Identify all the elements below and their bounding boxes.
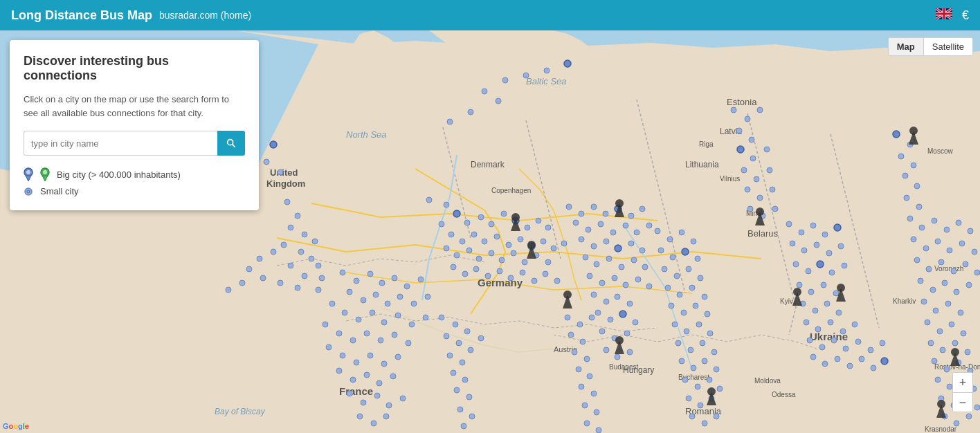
svg-point-359 — [918, 278, 923, 284]
svg-point-402 — [793, 288, 801, 296]
svg-point-360 — [930, 287, 936, 293]
svg-point-211 — [686, 266, 691, 272]
svg-point-296 — [790, 241, 795, 246]
satellite-view-button[interactable]: Satellite — [923, 38, 972, 55]
svg-point-164 — [598, 221, 604, 227]
svg-point-143 — [350, 377, 356, 383]
svg-point-128 — [423, 315, 428, 320]
svg-point-300 — [838, 243, 844, 249]
svg-point-231 — [702, 358, 707, 364]
svg-point-292 — [799, 230, 804, 235]
svg-point-198 — [604, 347, 609, 353]
svg-point-176 — [594, 261, 599, 267]
svg-point-107 — [340, 270, 345, 275]
svg-point-173 — [628, 241, 634, 246]
svg-point-151 — [400, 396, 406, 401]
svg-point-291 — [786, 221, 792, 227]
svg-point-178 — [619, 264, 624, 270]
svg-point-248 — [572, 349, 577, 355]
svg-point-257 — [596, 427, 601, 433]
map-view-button[interactable]: Map — [889, 38, 923, 55]
svg-point-120 — [425, 294, 430, 300]
svg-point-115 — [361, 297, 366, 303]
svg-point-124 — [370, 310, 375, 315]
svg-point-199 — [615, 354, 620, 360]
svg-point-142 — [336, 368, 342, 374]
svg-point-418 — [26, 170, 30, 174]
svg-point-232 — [714, 367, 719, 372]
svg-point-279 — [737, 146, 744, 153]
svg-point-149 — [374, 393, 380, 398]
svg-point-344 — [944, 227, 950, 232]
svg-point-60 — [564, 60, 571, 67]
svg-point-47 — [319, 275, 325, 281]
svg-point-53 — [295, 285, 300, 291]
svg-point-223 — [696, 322, 702, 327]
svg-point-133 — [378, 338, 383, 343]
zoom-in-button[interactable]: + — [953, 373, 972, 392]
svg-point-307 — [808, 289, 814, 295]
svg-text:Moldova: Moldova — [754, 377, 781, 385]
svg-point-249 — [584, 356, 590, 362]
svg-point-34 — [278, 169, 283, 175]
svg-point-220 — [705, 311, 710, 317]
svg-point-404 — [909, 127, 918, 135]
svg-text:Estonia: Estonia — [727, 97, 757, 107]
svg-point-219 — [693, 303, 698, 308]
svg-point-358 — [974, 270, 980, 275]
svg-point-236 — [717, 386, 723, 391]
svg-point-321 — [831, 338, 837, 343]
svg-point-84 — [541, 239, 546, 244]
svg-point-174 — [639, 248, 645, 253]
svg-point-207 — [682, 248, 689, 255]
svg-point-91 — [489, 250, 494, 256]
svg-point-369 — [937, 329, 943, 334]
legend-big-city: Big city (> 400.000 inhabitants) — [24, 168, 245, 181]
flag-icon[interactable] — [936, 8, 952, 22]
svg-point-331 — [871, 365, 876, 371]
svg-point-254 — [582, 403, 588, 408]
svg-point-355 — [938, 259, 944, 265]
svg-point-338 — [914, 183, 920, 189]
svg-point-56 — [482, 89, 487, 94]
map-container[interactable]: Baltic Sea North Sea Bay of Biscay Unite… — [0, 30, 980, 433]
svg-point-352 — [972, 249, 977, 255]
svg-point-312 — [824, 301, 830, 306]
svg-point-37 — [288, 225, 293, 230]
svg-point-241 — [702, 421, 707, 426]
search-icon — [226, 138, 237, 149]
svg-marker-419 — [26, 176, 31, 181]
svg-text:France: France — [339, 385, 373, 397]
zoom-out-button[interactable]: − — [953, 392, 972, 412]
currency-icon[interactable]: € — [962, 8, 969, 23]
svg-point-172 — [615, 245, 621, 252]
svg-point-281 — [764, 147, 770, 152]
svg-point-50 — [246, 266, 252, 272]
svg-point-197 — [624, 331, 630, 336]
svg-point-261 — [478, 335, 484, 341]
svg-point-215 — [689, 285, 695, 291]
search-row — [24, 131, 245, 156]
svg-point-284 — [767, 167, 772, 173]
svg-point-252 — [579, 384, 584, 389]
svg-point-341 — [907, 216, 913, 221]
svg-point-193 — [619, 311, 626, 317]
search-button[interactable] — [217, 131, 245, 156]
svg-point-129 — [323, 322, 328, 327]
svg-point-69 — [489, 221, 494, 227]
svg-point-141 — [395, 354, 401, 360]
svg-point-204 — [691, 239, 696, 244]
svg-point-233 — [682, 377, 688, 383]
svg-point-148 — [361, 400, 366, 405]
svg-point-189 — [615, 294, 620, 300]
svg-point-366 — [945, 301, 951, 306]
svg-point-154 — [383, 414, 389, 419]
svg-point-32 — [270, 141, 277, 148]
svg-point-183 — [612, 275, 617, 281]
svg-point-163 — [586, 227, 591, 232]
svg-point-169 — [579, 237, 584, 242]
svg-point-212 — [698, 275, 703, 281]
city-search-input[interactable] — [24, 131, 217, 156]
svg-point-218 — [681, 310, 687, 315]
svg-point-290 — [772, 206, 778, 212]
